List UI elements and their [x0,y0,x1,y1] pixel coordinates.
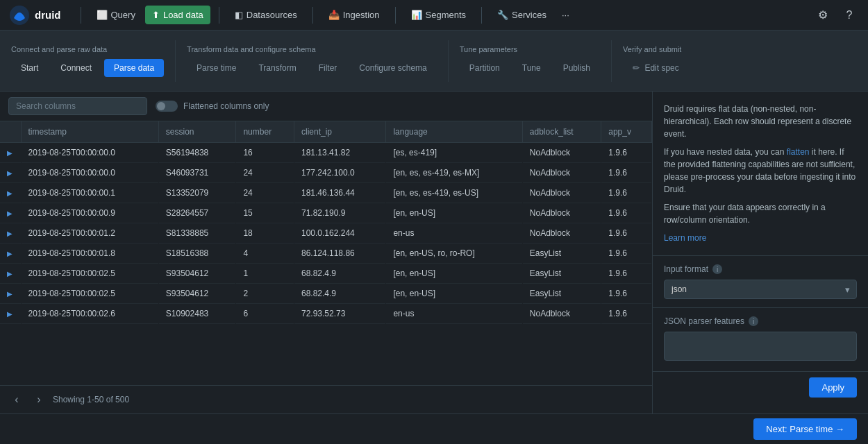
row-expander[interactable]: ▶ [0,264,21,284]
wizard-step-edit-spec[interactable]: ✏ Edit spec [623,59,689,77]
nav-right-actions: ⚙ ? [812,5,860,26]
row-expander[interactable]: ▶ [0,244,21,264]
flatten-toggle[interactable] [156,101,178,112]
flatten-link[interactable]: flatten [787,147,810,157]
row-expander[interactable]: ▶ [0,304,21,324]
cell-adblock-list: EasyList [522,244,601,264]
input-format-label-text: Input format [664,264,708,274]
top-navigation: druid ⬜ Query ⬆ Load data ◧ Datasources … [0,0,868,31]
next-page-button[interactable]: › [31,391,47,408]
row-expander[interactable]: ▶ [0,223,21,244]
wizard-step-filter[interactable]: Filter [309,59,347,77]
brand-name: druid [35,9,61,21]
cell-app-v: 1.9.6 [601,143,652,163]
nav-item-load-data[interactable]: ⬆ Load data [145,6,210,24]
cell-client-ip: 100.0.162.244 [294,223,385,244]
wizard-step-connect[interactable]: Connect [51,59,101,77]
table-row[interactable]: ▶ 2019-08-25T00:00:00.0 S56194838 16 181… [0,143,652,163]
wizard-step-publish[interactable]: Publish [553,59,600,77]
table-row[interactable]: ▶ 2019-08-25T00:00:01.2 S81338885 18 100… [0,223,652,244]
wizard-step-parse-data[interactable]: Parse data [104,59,164,77]
help-button[interactable]: ? [839,5,860,26]
table-row[interactable]: ▶ 2019-08-25T00:00:02.5 S93504612 1 68.8… [0,264,652,284]
apply-button[interactable]: Apply [809,377,857,398]
cell-client-ip: 177.242.100.0 [294,163,385,183]
wizard-step-start[interactable]: Start [11,59,48,77]
cell-number: 18 [236,223,294,244]
table-row[interactable]: ▶ 2019-08-25T00:00:01.8 S18516388 4 86.1… [0,244,652,264]
cell-timestamp: 2019-08-25T00:00:02.5 [21,284,158,304]
cell-app-v: 1.9.6 [601,264,652,284]
services-icon: 🔧 [497,10,508,20]
cell-language: [es, es-419] [386,143,522,163]
input-format-info-icon[interactable]: i [712,264,722,274]
wizard-step-tune[interactable]: Tune [512,59,551,77]
cell-client-ip: 181.13.41.82 [294,143,385,163]
nav-item-query[interactable]: ⬜ Query [90,6,142,24]
cell-number: 16 [236,143,294,163]
cell-number: 6 [236,304,294,324]
table-row[interactable]: ▶ 2019-08-25T00:00:00.1 S13352079 24 181… [0,183,652,203]
col-header-session: session [158,121,236,143]
input-format-select-wrapper: json csv tsv parquet [664,280,857,299]
table-row[interactable]: ▶ 2019-08-25T00:00:00.9 S28264557 15 71.… [0,203,652,223]
row-expander[interactable]: ▶ [0,183,21,203]
cell-timestamp: 2019-08-25T00:00:00.0 [21,143,158,163]
nav-item-segments[interactable]: 📊 Segments [404,6,474,24]
json-parser-input[interactable] [664,332,857,361]
query-icon: ⬜ [97,10,108,20]
row-expander[interactable]: ▶ [0,284,21,304]
cell-app-v: 1.9.6 [601,284,652,304]
wizard-steps-verify: ✏ Edit spec [623,59,689,77]
nav-item-datasources[interactable]: ◧ Datasources [228,6,304,24]
cell-adblock-list: NoAdblock [522,203,601,223]
right-panel-apply-area: Apply [653,372,868,403]
wizard-step-parse-time[interactable]: Parse time [187,59,246,77]
json-parser-info-icon[interactable]: i [749,316,758,326]
nav-more-button[interactable]: ··· [556,7,575,23]
cell-number: 15 [236,203,294,223]
cell-timestamp: 2019-08-25T00:00:00.1 [21,183,158,203]
cell-number: 1 [236,264,294,284]
json-parser-label-row: JSON parser features i [664,316,857,326]
edit-spec-icon: ✏ [633,63,640,73]
wizard-step-transform[interactable]: Transform [249,59,306,77]
cell-language: [en, en-US] [386,203,522,223]
cell-client-ip: 68.82.4.9 [294,264,385,284]
nav-item-services[interactable]: 🔧 Services [490,6,553,24]
table-row[interactable]: ▶ 2019-08-25T00:00:02.5 S93504612 2 68.8… [0,284,652,304]
info-text-3: Ensure that your data appears correctly … [664,201,857,226]
row-expander[interactable]: ▶ [0,203,21,223]
cell-number: 2 [236,284,294,304]
row-expander[interactable]: ▶ [0,143,21,163]
cell-app-v: 1.9.6 [601,183,652,203]
cell-client-ip: 86.124.118.86 [294,244,385,264]
row-expander[interactable]: ▶ [0,163,21,183]
cell-timestamp: 2019-08-25T00:00:00.0 [21,163,158,183]
prev-page-button[interactable]: ‹ [8,391,25,408]
cell-session: S18516388 [158,244,236,264]
settings-button[interactable]: ⚙ [812,5,833,26]
table-row[interactable]: ▶ 2019-08-25T00:00:02.6 S10902483 6 72.9… [0,304,652,324]
pagination: ‹ › Showing 1-50 of 500 [0,385,652,413]
json-parser-label-text: JSON parser features [664,316,744,326]
search-input[interactable] [8,97,147,115]
nav-item-ingestion[interactable]: 📥 Ingestion [322,6,387,24]
wizard-step-partition[interactable]: Partition [460,59,510,77]
table-row[interactable]: ▶ 2019-08-25T00:00:00.0 S46093731 24 177… [0,163,652,183]
wizard-step-configure-schema[interactable]: Configure schema [349,59,436,77]
cell-adblock-list: EasyList [522,264,601,284]
input-format-select[interactable]: json csv tsv parquet [664,280,857,299]
learn-more-link[interactable]: Learn more [664,233,706,243]
toggle-knob [157,102,165,110]
wizard-bar: Connect and parse raw data Start Connect… [0,31,868,92]
json-parser-section: JSON parser features i [653,308,868,372]
load-data-icon: ⬆ [152,10,160,20]
nav-divider-1 [81,7,81,24]
info-text-1: Druid requires flat data (non-nested, no… [664,103,857,140]
brand-logo[interactable]: druid [8,4,61,26]
cell-adblock-list: NoAdblock [522,183,601,203]
cell-client-ip: 68.82.4.9 [294,284,385,304]
wizard-section-verify: Verify and submit ✏ Edit spec [623,45,689,77]
next-button[interactable]: Next: Parse time → [753,418,857,440]
